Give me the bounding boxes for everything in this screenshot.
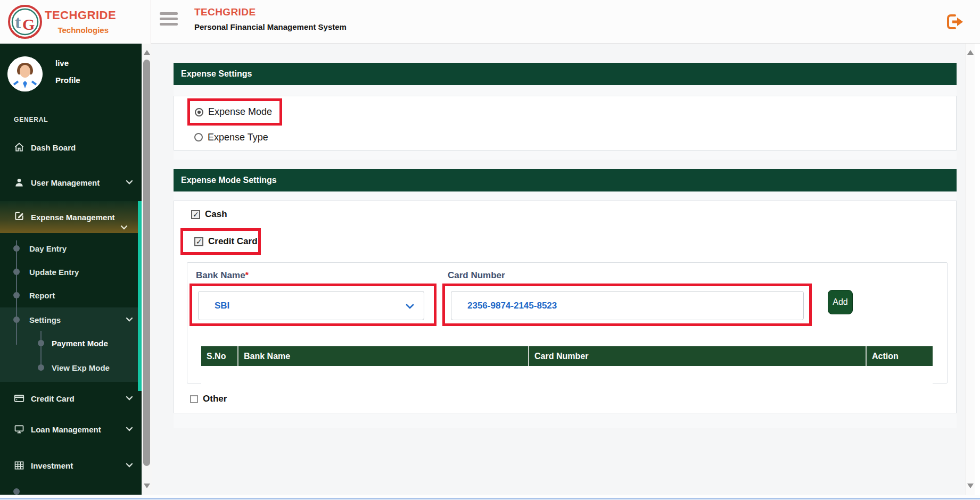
bullet-icon (13, 316, 20, 323)
main-scrollbar[interactable] (965, 44, 975, 495)
sidebar-item-label: User Management (31, 178, 100, 187)
brand-name: TECHGRIDE (45, 9, 109, 22)
sidebar-scrollbar[interactable] (142, 44, 152, 495)
card-number-input[interactable] (451, 291, 804, 320)
sidebar-subitem-update-entry[interactable]: Update Entry (0, 265, 142, 279)
other-option: Other (190, 393, 227, 405)
sidebar-subitem-view-exp-mode[interactable]: View Exp Mode (0, 361, 142, 374)
sidebar-item-expense-management[interactable]: Expense Management (0, 201, 142, 233)
profile-link[interactable]: Profile (55, 76, 80, 85)
chevron-down-icon (120, 223, 128, 232)
sidebar-item-loan-management[interactable]: Loan Management (0, 421, 142, 437)
card-number-label: Card Number (448, 270, 505, 281)
cash-checkbox[interactable] (191, 210, 200, 219)
app-root: t G TECHGRIDE Technologies TECHGRIDE Per… (0, 0, 980, 500)
sidebar-item-label: Credit Card (31, 394, 75, 403)
add-button[interactable]: Add (828, 290, 853, 314)
scroll-down-icon[interactable] (967, 484, 974, 488)
chevron-down-icon (126, 424, 133, 434)
bullet-icon (13, 292, 20, 298)
required-asterisk: * (245, 270, 249, 280)
panel-title: Expense Mode Settings (181, 176, 277, 185)
panel-title: Expense Settings (181, 69, 252, 79)
sidebar-subitem-report[interactable]: Report (0, 288, 142, 302)
scroll-down-icon[interactable] (144, 484, 150, 488)
app-title-block: TECHGRIDE Personal Financial Management … (194, 6, 347, 31)
edit-icon (14, 211, 26, 223)
subitem-label: Update Entry (29, 268, 79, 277)
sidebar-subitem-payment-mode[interactable]: Payment Mode (0, 336, 142, 350)
expense-mode-radio[interactable] (195, 108, 203, 116)
highlight-box-card-number (442, 284, 812, 326)
subitem-label: Day Entry (29, 244, 67, 253)
sidebar: live Profile GENERAL Dash Board User Man… (0, 44, 142, 495)
cards-table-header: S.No Bank Name Card Number Action (201, 346, 933, 366)
sidebar-section-label: GENERAL (14, 116, 48, 123)
techgride-logo-icon: t G (7, 4, 43, 39)
bullet-icon (38, 364, 44, 371)
column-header-card-number: Card Number (529, 346, 867, 366)
profile-username: live (55, 59, 69, 68)
sidebar-item-label: Investment (31, 461, 73, 470)
expense-mode-settings-header: Expense Mode Settings (174, 169, 957, 191)
chevron-down-icon (126, 178, 133, 187)
other-checkbox[interactable] (190, 395, 198, 403)
bottom-horizontal-scrollbar[interactable] (0, 495, 980, 500)
expense-type-radio-label: Expense Type (208, 132, 268, 143)
bank-name-select[interactable]: SBI (198, 291, 424, 320)
bank-name-selected-value: SBI (215, 301, 229, 311)
cash-option: Cash (191, 209, 227, 220)
highlight-box-expense-mode: Expense Mode (187, 98, 282, 126)
chevron-down-icon (126, 315, 133, 324)
expense-settings-body: Expense Mode Expense Type (174, 96, 957, 151)
scroll-up-icon[interactable] (144, 50, 150, 55)
subitem-label: Payment Mode (52, 339, 108, 348)
expense-settings-panel: Expense Settings Expense Mode Expense Ty… (174, 63, 957, 160)
sidebar-item-dashboard[interactable]: Dash Board (0, 139, 142, 155)
menu-toggle-icon[interactable] (160, 12, 178, 30)
expense-settings-header: Expense Settings (174, 63, 957, 85)
active-section-accent-bar (138, 201, 142, 391)
logout-icon[interactable] (945, 13, 965, 30)
brand-area: t G TECHGRIDE Technologies (0, 0, 151, 44)
chevron-down-icon (126, 394, 133, 403)
sidebar-subitem-day-entry[interactable]: Day Entry (0, 241, 142, 255)
sidebar-subitem-settings[interactable]: Settings (0, 313, 142, 327)
cards-table: S.No Bank Name Card Number Action (201, 346, 933, 384)
expense-mode-settings-panel: Expense Mode Settings Cash Credit Card B… (174, 169, 957, 428)
expense-type-radio[interactable] (194, 133, 203, 141)
scrollbar-thumb[interactable] (143, 60, 150, 466)
sidebar-item-label: Expense Management (31, 213, 115, 222)
chevron-down-icon (126, 461, 133, 470)
app-title: TECHGRIDE (194, 6, 347, 18)
column-header-bank-name: Bank Name (238, 346, 529, 366)
expense-type-option: Expense Type (194, 131, 268, 143)
sidebar-item-user-management[interactable]: User Management (0, 174, 142, 190)
sidebar-item-credit-card[interactable]: Credit Card (0, 390, 142, 406)
expense-mode-radio-label: Expense Mode (208, 106, 272, 118)
sidebar-item-investment[interactable]: Investment (0, 457, 142, 473)
svg-text:t: t (15, 12, 21, 32)
subitem-label: View Exp Mode (52, 363, 110, 372)
scroll-up-icon[interactable] (967, 50, 974, 55)
brand-text: TECHGRIDE Technologies (45, 9, 109, 35)
bullet-icon (38, 340, 44, 346)
credit-card-icon (14, 393, 26, 404)
avatar[interactable] (7, 56, 43, 91)
brand-tagline: Technologies (45, 26, 109, 35)
user-icon (14, 177, 26, 188)
main-content: Expense Settings Expense Mode Expense Ty… (152, 44, 965, 495)
top-header: t G TECHGRIDE Technologies TECHGRIDE Per… (0, 0, 980, 44)
other-checkbox-label: Other (203, 394, 227, 404)
credit-card-checkbox[interactable] (194, 237, 203, 246)
monitor-icon (14, 424, 26, 435)
highlight-box-bank-select: SBI (190, 284, 437, 326)
bullet-icon (13, 488, 20, 495)
app-subtitle: Personal Financial Management System (194, 22, 347, 31)
cash-checkbox-label: Cash (205, 209, 227, 220)
cards-table-empty-body (201, 366, 933, 384)
bullet-icon (13, 245, 20, 252)
expense-mode-settings-body: Cash Credit Card Bank Name* Card Number (174, 201, 957, 413)
grid-icon (14, 460, 26, 471)
bank-name-label: Bank Name* (196, 270, 249, 281)
